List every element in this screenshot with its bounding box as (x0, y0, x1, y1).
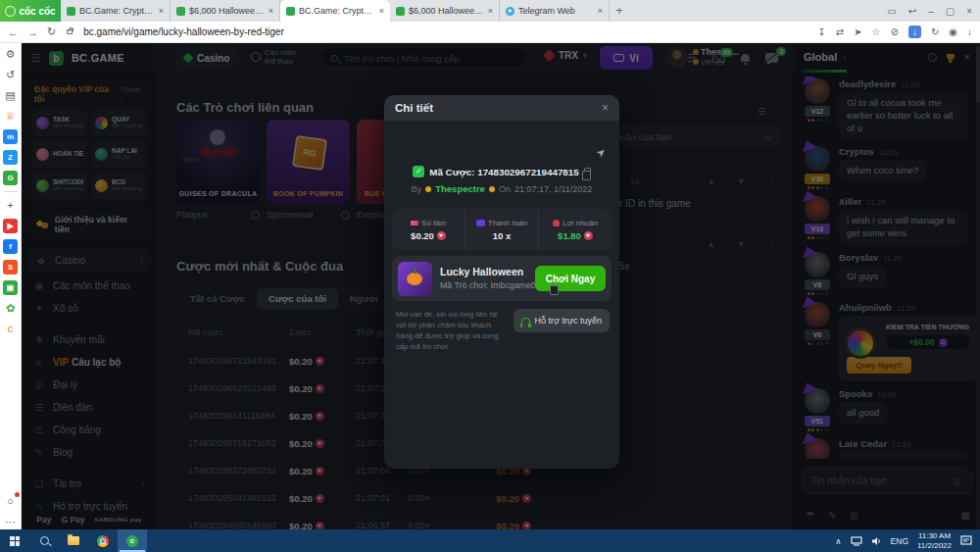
tab-close-icon[interactable]: × (379, 6, 384, 16)
sync-icon[interactable]: ↻ (931, 26, 939, 37)
games-icon[interactable]: G (3, 171, 18, 185)
player-name[interactable]: Thespectre (435, 183, 485, 194)
action-center-icon[interactable] (960, 535, 972, 546)
close-window-button[interactable]: × (966, 6, 972, 17)
browser-tab[interactable]: BC.Game: Crypto Casino Gan× (280, 0, 390, 22)
maximize-button[interactable]: ▢ (946, 6, 955, 17)
language-indicator[interactable]: ENG (891, 536, 908, 546)
shopee-icon[interactable]: S (3, 260, 18, 275)
share-icon[interactable]: ➤ (594, 145, 609, 161)
tab-close-icon[interactable]: × (598, 6, 603, 16)
tab-title: BC.Game: Crypto Casino Gan (299, 6, 375, 16)
address-bar[interactable]: bc.game/vi/game/lucky-halloween-by-red-t… (83, 26, 284, 37)
game-thumbnail[interactable] (398, 262, 432, 296)
stat-label: Thanh toán (476, 219, 527, 227)
settings-icon[interactable]: ⚙ (3, 47, 18, 62)
coccoc-app[interactable]: c (118, 529, 147, 552)
chrome-app[interactable] (88, 529, 118, 552)
windows-taskbar: c ∧ ENG 11:30 AM11/2/2022 (0, 529, 980, 552)
bet-details-modal: Chi tiết × ➤ ✓ Mã Cược: 1748302967219447… (384, 95, 619, 469)
bookmark-star-icon[interactable]: ☆ (872, 26, 881, 37)
reload-button[interactable]: ↻ (47, 25, 56, 38)
new-tab-button[interactable]: + (610, 0, 629, 22)
forward-button[interactable]: → (27, 26, 38, 38)
taskbar-search[interactable] (29, 529, 59, 552)
stat-value: 10 x (493, 230, 512, 241)
tab-search-icon[interactable]: ▭ (887, 6, 896, 17)
show-hidden-icons[interactable]: ∧ (835, 536, 841, 546)
adblock-icon[interactable]: ⊘ (890, 26, 898, 37)
minimize-button[interactable]: – (928, 6, 934, 17)
volume-icon[interactable] (871, 536, 882, 546)
youtube-icon[interactable]: ▶ (3, 219, 18, 233)
browser-tab[interactable]: BC.Game: Crypto Casino Gan× (61, 0, 171, 22)
cart-icon[interactable]: c (3, 322, 18, 336)
brand-label: cốc cốc (19, 6, 55, 17)
stat-value: $0.20 (411, 230, 446, 241)
game-info-card: Lucky Halloween Mã Trò chơi: tmbcgame00.… (392, 256, 612, 301)
tab-title: $6,000 Halloween Slot Battle (189, 6, 265, 16)
facebook-icon[interactable]: f (3, 239, 18, 254)
bcgame-favicon-icon (396, 7, 405, 16)
share-icon[interactable]: ➤ (854, 26, 861, 37)
by-label: By (412, 184, 422, 194)
tab-close-icon[interactable]: × (488, 6, 493, 16)
modal-header: Chi tiết × (384, 95, 619, 121)
add-icon[interactable]: + (3, 198, 18, 213)
system-tray: ∧ ENG 11:30 AM11/2/2022 (835, 531, 980, 550)
more-icon[interactable]: ⋯ (3, 515, 18, 529)
tab-close-icon[interactable]: × (159, 6, 164, 16)
bcgame-favicon-icon (176, 7, 185, 16)
history-icon[interactable]: ↺ (3, 68, 18, 82)
rewards-icon[interactable]: ♕ (3, 109, 18, 124)
bcgame-favicon-icon (67, 7, 75, 16)
download-manager-icon[interactable]: ↓ (908, 25, 921, 38)
stat-cell: Thanh toán10 x (465, 209, 538, 250)
garden-icon[interactable]: ✿ (3, 301, 18, 316)
live-support-button[interactable]: Hỗ trợ trực tuyến (514, 309, 610, 332)
copy-icon[interactable] (584, 168, 591, 176)
translate-icon[interactable]: ⇄ (836, 26, 844, 37)
toolbar-icons: ↧⇄➤☆⊘↓↻◉↓ (817, 25, 972, 38)
verified-shield-icon: ✓ (413, 166, 424, 177)
save-page-icon[interactable]: ↧ (817, 26, 825, 37)
gift-icon[interactable]: ▣ (3, 280, 18, 295)
game-code: Mã Trò chơi: tmbcgame00... (440, 279, 535, 292)
stat-label: Lợi nhuận (553, 219, 598, 227)
search-icon (40, 536, 49, 545)
browser-tab-bar: cốc cốc BC.Game: Crypto Casino Gan×$6,00… (0, 0, 980, 22)
tabbar-controls: ▭ ↩ – ▢ × (887, 0, 980, 22)
trx-coin-icon (437, 231, 446, 240)
copy-icon[interactable] (552, 282, 554, 290)
play-now-button[interactable]: Chơi Ngay (535, 266, 606, 291)
file-explorer[interactable] (59, 529, 88, 552)
bcgame-favicon-icon (286, 7, 295, 16)
stat-icon (553, 220, 560, 226)
taskbar-clock[interactable]: 11:30 AM11/2/2022 (917, 531, 952, 550)
notifications-icon[interactable]: ○ (3, 494, 18, 509)
close-icon[interactable]: × (602, 101, 609, 115)
coccoc-logo-icon (5, 6, 16, 17)
chat-app-icon[interactable]: Z (3, 150, 18, 165)
modal-title: Chi tiết (395, 102, 433, 114)
game-name: Lucky Halloween (440, 265, 535, 280)
stat-cell: Lợi nhuận$1.80 (538, 209, 612, 250)
start-button[interactable] (0, 529, 29, 552)
on-label: On (499, 184, 511, 194)
browser-tab[interactable]: $6,000 Halloween Slot Battle× (390, 0, 500, 22)
browser-tab[interactable]: $6,000 Halloween Slot Battle× (171, 0, 280, 22)
browser-tab[interactable]: Telegram Web× (500, 0, 610, 22)
feed-icon[interactable]: ▤ (3, 88, 18, 103)
reopen-tab-icon[interactable]: ↩ (908, 6, 916, 17)
network-icon[interactable] (851, 536, 862, 546)
lock-icon[interactable] (67, 29, 73, 34)
divider (4, 191, 18, 192)
profile-icon[interactable]: ◉ (949, 26, 957, 37)
bet-id-row: ✓ Mã Cược: 1748302967219447815 (384, 166, 619, 177)
tab-close-icon[interactable]: × (269, 6, 273, 16)
tabs-container: BC.Game: Crypto Casino Gan×$6,000 Hallow… (61, 0, 610, 22)
messenger-icon[interactable]: m (3, 129, 18, 144)
coccoc-sidebar-rail: ⚙↺▤♕mZG+▶fS▣✿c○⋯ (0, 43, 22, 529)
downloads-icon[interactable]: ↓ (967, 26, 972, 37)
back-button[interactable]: ← (8, 26, 19, 38)
